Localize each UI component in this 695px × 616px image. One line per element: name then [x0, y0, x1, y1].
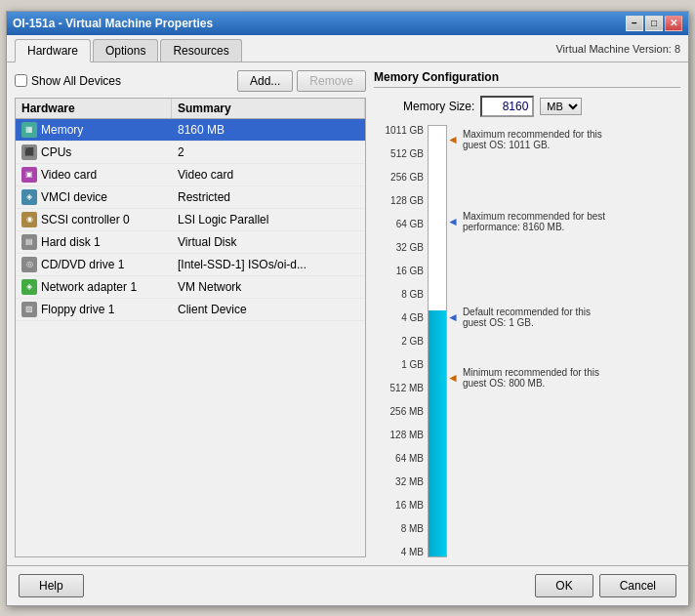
hardware-table: Hardware Summary ▦ Memory 8160 MB ⬛ CPUs…	[15, 98, 366, 557]
marker-min-os: ◄ Minimum recommended for thisguest OS: …	[447, 367, 680, 389]
table-row[interactable]: ▣ Video card Video card	[16, 164, 365, 186]
hw-cell-summary: Video card	[172, 165, 365, 185]
hw-cell-name: ◉ SCSI controller 0	[16, 209, 172, 230]
hw-cell-name: ▦ Memory	[16, 119, 172, 141]
hw-cell-summary: Virtual Disk	[172, 232, 365, 252]
cpu-icon: ⬛	[21, 144, 37, 160]
maximize-button[interactable]: □	[645, 16, 663, 31]
hw-cell-name: ▣ Video card	[16, 164, 172, 185]
mem-bar	[428, 125, 447, 557]
col-summary: Summary	[172, 99, 365, 118]
marker-arrow-3: ◄	[447, 311, 459, 323]
table-row[interactable]: ◈ VMCI device Restricted	[16, 186, 365, 209]
hw-rows-container: ▦ Memory 8160 MB ⬛ CPUs 2 ▣ Video card V…	[16, 119, 365, 321]
memory-icon: ▦	[21, 122, 37, 138]
marker-text-4: Minimum recommended for thisguest OS: 80…	[463, 367, 599, 389]
window-controls: − □ ✕	[626, 16, 682, 31]
hw-cell-summary: [Intel-SSD-1] ISOs/oi-d...	[172, 255, 365, 274]
marker-text-3: Default recommended for thisguest OS: 1 …	[463, 307, 591, 328]
show-all-checkbox[interactable]	[15, 74, 27, 87]
mem-chart-area: 1011 GB 512 GB 256 GB 128 GB 64 GB 32 GB…	[374, 125, 680, 557]
table-row[interactable]: ◈ Network adapter 1 VM Network	[16, 276, 365, 299]
minimize-button[interactable]: −	[626, 16, 643, 31]
hw-cell-name: ◈ Network adapter 1	[16, 276, 172, 298]
table-header: Hardware Summary	[16, 99, 365, 119]
mem-unit-select[interactable]: MB GB	[540, 98, 582, 115]
network-icon: ◈	[21, 279, 37, 295]
hw-cell-summary: 8160 MB	[172, 120, 365, 140]
remove-button[interactable]: Remove	[297, 70, 366, 92]
cdrom-icon: ◎	[21, 257, 37, 272]
right-panel: Memory Configuration Memory Size: MB GB …	[374, 70, 680, 557]
table-row[interactable]: ⬛ CPUs 2	[16, 142, 365, 164]
mem-scale: 1011 GB 512 GB 256 GB 128 GB 64 GB 32 GB…	[374, 125, 428, 557]
left-panel: Show All Devices Add... Remove Hardware …	[15, 70, 366, 557]
main-window: OI-151a - Virtual Machine Properties − □…	[6, 11, 689, 606]
close-button[interactable]: ✕	[665, 16, 682, 31]
table-row[interactable]: ▨ Floppy drive 1 Client Device	[16, 299, 365, 321]
marker-max-perf: ◄ Maximum recommended for bestperformanc…	[447, 211, 680, 232]
hw-cell-name: ◎ CD/DVD drive 1	[16, 254, 172, 275]
table-row[interactable]: ▦ Memory 8160 MB	[16, 119, 365, 142]
add-button[interactable]: Add...	[237, 70, 293, 92]
version-info: Virtual Machine Version: 8	[555, 43, 680, 55]
marker-current: ◄ Default recommended for thisguest OS: …	[447, 307, 680, 328]
hw-cell-summary: VM Network	[172, 277, 365, 297]
cancel-button[interactable]: Cancel	[599, 574, 676, 597]
table-row[interactable]: ◎ CD/DVD drive 1 [Intel-SSD-1] ISOs/oi-d…	[16, 254, 365, 276]
help-button[interactable]: Help	[19, 574, 84, 597]
title-bar: OI-151a - Virtual Machine Properties − □…	[7, 12, 688, 35]
show-all-row: Show All Devices Add... Remove	[15, 70, 366, 92]
vmci-icon: ◈	[21, 189, 37, 205]
content-area: Show All Devices Add... Remove Hardware …	[7, 62, 688, 565]
mem-size-row: Memory Size: MB GB	[403, 96, 680, 117]
scsi-icon: ◉	[21, 212, 37, 227]
mem-size-input[interactable]	[480, 96, 534, 117]
hw-cell-summary: 2	[172, 143, 365, 162]
marker-text-1: Maximum recommended for thisguest OS: 10…	[463, 129, 602, 150]
hw-cell-name: ▤ Hard disk 1	[16, 231, 172, 253]
hw-cell-summary: LSI Logic Parallel	[172, 210, 365, 229]
bottom-bar: Help OK Cancel	[7, 565, 688, 605]
table-row[interactable]: ◉ SCSI controller 0 LSI Logic Parallel	[16, 209, 365, 231]
tab-resources[interactable]: Resources	[160, 39, 241, 62]
marker-arrow-4: ◄	[447, 372, 459, 384]
mem-bar-fill	[429, 310, 446, 555]
hw-cell-name: ▨ Floppy drive 1	[16, 299, 172, 320]
hw-cell-summary: Restricted	[172, 187, 365, 207]
ok-button[interactable]: OK	[535, 574, 593, 597]
col-hardware: Hardware	[16, 99, 172, 118]
mem-markers: ◄ Maximum recommended for thisguest OS: …	[447, 125, 680, 557]
hdd-icon: ▤	[21, 234, 37, 250]
marker-text-2: Maximum recommended for bestperformance:…	[463, 211, 605, 232]
show-all-label[interactable]: Show All Devices	[15, 74, 121, 88]
hw-cell-name: ⬛ CPUs	[16, 142, 172, 163]
marker-max-os: ◄ Maximum recommended for thisguest OS: …	[447, 129, 680, 150]
marker-arrow-2: ◄	[447, 216, 459, 227]
video-icon: ▣	[21, 167, 37, 183]
ok-cancel-buttons: OK Cancel	[535, 574, 676, 597]
window-title: OI-151a - Virtual Machine Properties	[13, 17, 213, 30]
floppy-icon: ▨	[21, 302, 37, 317]
marker-arrow-1: ◄	[447, 134, 459, 145]
mem-size-label: Memory Size:	[403, 100, 474, 113]
hw-cell-name: ◈ VMCI device	[16, 186, 172, 208]
tab-hardware[interactable]: Hardware	[15, 39, 91, 62]
hw-buttons: Add... Remove	[237, 70, 366, 92]
tabs-container: Hardware Options Resources Virtual Machi…	[7, 35, 688, 62]
mem-config-title: Memory Configuration	[374, 70, 680, 88]
tab-options[interactable]: Options	[93, 39, 158, 62]
table-row[interactable]: ▤ Hard disk 1 Virtual Disk	[16, 231, 365, 254]
hw-cell-summary: Client Device	[172, 300, 365, 319]
